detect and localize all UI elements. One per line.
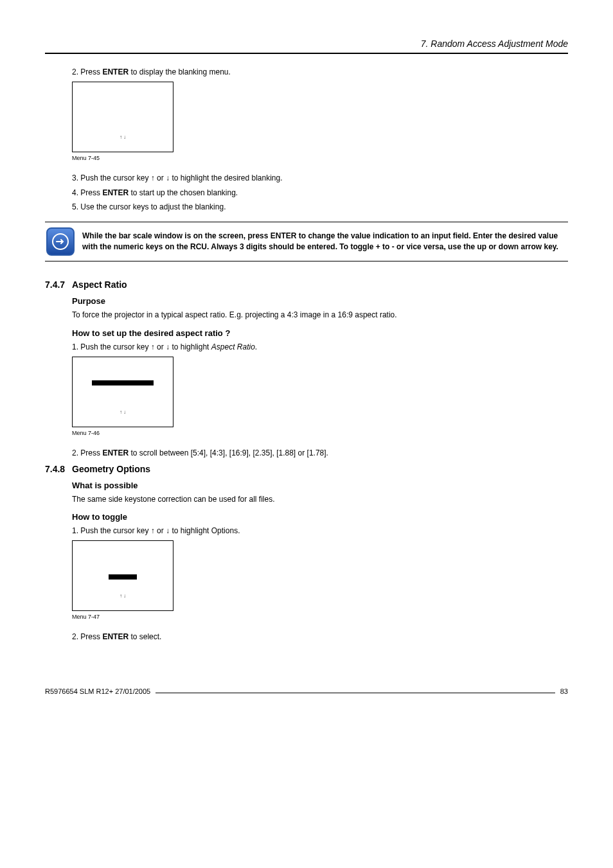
step-bold: ENTER: [102, 188, 129, 197]
step-num: 2.: [72, 67, 78, 76]
menu-box-blanking: ↑ ↓: [72, 82, 173, 152]
step-bold: ENTER: [102, 632, 129, 641]
step-2: 2. Press ENTER to display the blanking m…: [72, 67, 568, 78]
footer-rule: [155, 693, 555, 693]
note-text: While the bar scale window is on the scr…: [82, 231, 567, 252]
section-title: Aspect Ratio: [72, 279, 127, 290]
step-3: 3. Push the cursor key ↑ or ↓ to highlig…: [72, 173, 568, 184]
step-text: Press: [80, 188, 102, 197]
step-italic: Aspect Ratio: [211, 342, 255, 351]
step-2-options: 2. Press ENTER to select.: [72, 632, 568, 642]
section-747-body: Purpose To force the projector in a typi…: [72, 296, 568, 458]
menu-caption-46: Menu 7-46: [72, 430, 568, 436]
footer-page-number: 83: [560, 687, 568, 695]
menu-highlight: [92, 380, 154, 385]
footer-left: R5976654 SLM R12+ 27/01/2005: [45, 687, 150, 695]
note-block: While the bar scale window is on the scr…: [45, 222, 568, 261]
what-text: The same side keystone correction can be…: [72, 494, 568, 505]
menu-highlight: [109, 574, 137, 580]
menu-caption-45: Menu 7-45: [72, 155, 568, 161]
block-blanking-steps: 2. Press ENTER to display the blanking m…: [72, 67, 568, 213]
menu-box-options: ↑ ↓: [72, 540, 173, 611]
how-heading: How to set up the desired aspect ratio ?: [72, 328, 568, 338]
step-bold: ENTER: [102, 448, 129, 457]
purpose-heading: Purpose: [72, 296, 568, 306]
chapter-title: 7. Random Access Adjustment Mode: [45, 39, 568, 53]
menu-arrows: ↑ ↓: [73, 593, 173, 599]
how-toggle-heading: How to toggle: [72, 512, 568, 522]
menu-box-aspect: ↑ ↓: [72, 357, 173, 427]
step-text: Press: [80, 448, 102, 457]
header-rule: [45, 53, 568, 54]
section-747-header: 7.4.7 Aspect Ratio: [45, 279, 568, 290]
step-1-aspect: 1. Push the cursor key ↑ or ↓ to highlig…: [72, 342, 568, 353]
step-1-options: 1. Push the cursor key ↑ or ↓ to highlig…: [72, 526, 568, 536]
step-text: .: [255, 342, 257, 351]
step-4: 4. Press ENTER to start up the chosen bl…: [72, 188, 568, 199]
section-number: 7.4.8: [45, 464, 72, 474]
step-text: 1. Push the cursor key ↑ or ↓ to highlig…: [72, 342, 211, 351]
section-748-header: 7.4.8 Geometry Options: [45, 464, 568, 474]
menu-caption-47: Menu 7-47: [72, 614, 568, 620]
step-text: to select.: [129, 632, 161, 641]
menu-arrows: ↑ ↓: [73, 134, 173, 140]
page-footer: R5976654 SLM R12+ 27/01/2005 83: [45, 687, 568, 695]
what-heading: What is possible: [72, 481, 568, 490]
step-text: to scroll between [5:4], [4:3], [16:9], …: [129, 448, 328, 457]
step-5: 5. Use the cursor keys to adjust the bla…: [72, 202, 568, 213]
section-748-body: What is possible The same side keystone …: [72, 481, 568, 642]
section-number: 7.4.7: [45, 279, 72, 290]
hand-point-icon: [46, 227, 75, 256]
purpose-text: To force the projector in a typical aspe…: [72, 310, 568, 321]
step-text: to display the blanking menu.: [129, 67, 231, 76]
menu-arrows: ↑ ↓: [73, 409, 173, 415]
step-2-aspect: 2. Press ENTER to scroll between [5:4], …: [72, 448, 568, 459]
step-text: to start up the chosen blanking.: [129, 188, 238, 197]
step-text: Press: [80, 67, 102, 76]
step-num: 4.: [72, 188, 78, 197]
step-bold: ENTER: [102, 67, 129, 76]
step-num: 2.: [72, 448, 78, 457]
step-num: 2.: [72, 632, 78, 641]
step-text: Press: [80, 632, 102, 641]
section-title: Geometry Options: [72, 464, 150, 474]
page-header: 7. Random Access Adjustment Mode: [45, 39, 568, 54]
